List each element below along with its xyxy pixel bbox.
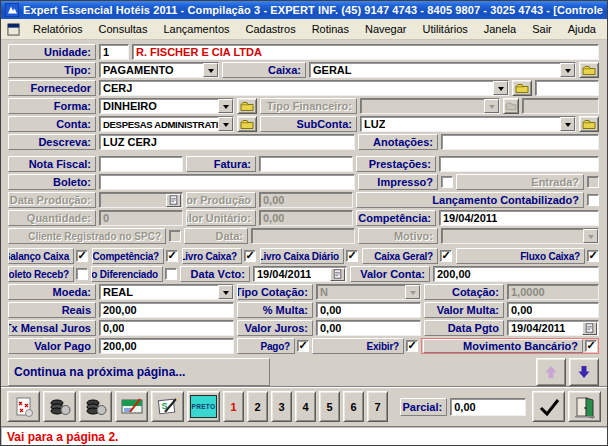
caixa-geral-label: Caixa Geral?	[362, 248, 438, 264]
calendar-button-data-vcto[interactable]	[330, 268, 345, 281]
coins-button-2[interactable]	[79, 391, 112, 422]
unidade-input[interactable]: 1	[99, 44, 129, 60]
data-pgto-input[interactable]: 19/04/2011	[507, 320, 599, 336]
page-down-button[interactable]	[569, 358, 599, 386]
competencia-checkbox[interactable]: ✓	[166, 250, 178, 262]
page-button-7[interactable]: 7	[367, 391, 388, 422]
competencia-label: Competência:	[356, 210, 436, 226]
title-bar: Expert Essencial Hotéis 2011 - Compilaçã…	[1, 1, 607, 19]
fornecedor-select[interactable]: CERJ	[99, 80, 509, 96]
anotacoes-input[interactable]	[441, 134, 599, 150]
competencia-input[interactable]: 19/04/2011	[439, 210, 599, 226]
forma-select[interactable]: DINHEIRO	[99, 98, 234, 114]
reais-input[interactable]: 200,00	[99, 302, 234, 318]
prestacoes-input[interactable]	[439, 156, 599, 172]
confirm-button[interactable]	[532, 391, 565, 422]
subconta-lookup-button[interactable]	[579, 116, 599, 132]
caixa-geral-checkbox[interactable]: ✓	[440, 250, 452, 262]
razao-social-field[interactable]: R. FISCHER E CIA LTDA	[132, 44, 599, 60]
dropdown-arrow-icon[interactable]	[560, 117, 575, 131]
balanco-caixa-checkbox[interactable]: ✓	[76, 250, 88, 262]
movimento-bancario-checkbox[interactable]: ✓	[585, 340, 597, 352]
mdi-child-icon[interactable]	[7, 23, 20, 36]
lancamento-contabilizado-checkbox[interactable]	[587, 194, 599, 206]
menu-janela[interactable]: Janela	[477, 21, 523, 37]
dropdown-arrow-icon[interactable]	[218, 285, 233, 299]
dropdown-arrow-icon[interactable]	[203, 63, 218, 77]
menu-cadastros[interactable]: Cadastros	[239, 21, 303, 37]
valor-pago-label: Valor Pago	[8, 338, 96, 354]
menu-utilitarios[interactable]: Utilitários	[416, 21, 475, 37]
valor-conta-input[interactable]: 200,00	[433, 266, 599, 282]
display-preto-button[interactable]: PRETO	[187, 391, 220, 422]
fornecedor-codigo-field[interactable]	[535, 80, 599, 96]
pago-checkbox[interactable]: ✓	[297, 340, 309, 352]
fluxo-caixa-checkbox[interactable]: ✓	[587, 250, 599, 262]
descreva-input[interactable]: LUZ CERJ	[99, 134, 355, 150]
parcial-input[interactable]: 0,00	[450, 398, 526, 416]
subconta-select[interactable]: LUZ	[360, 116, 576, 132]
page-button-4[interactable]: 4	[295, 391, 316, 422]
nota-fiscal-input[interactable]	[99, 156, 183, 172]
fatura-input[interactable]	[259, 156, 353, 172]
page-button-3[interactable]: 3	[271, 391, 292, 422]
conta-lookup-button[interactable]	[237, 116, 257, 132]
caixa-select[interactable]: GERAL	[309, 62, 576, 78]
entrada-checkbox	[587, 176, 599, 188]
page-button-6[interactable]: 6	[343, 391, 364, 422]
livro-caixa-diario-checkbox[interactable]: ✓	[346, 250, 358, 262]
coins-button-1[interactable]	[43, 391, 76, 422]
dropdown-arrow-icon[interactable]	[560, 63, 575, 77]
menu-lancamentos[interactable]: Lançamentos	[156, 21, 236, 37]
tx-mensal-juros-input[interactable]: 0,00	[99, 320, 234, 336]
multa-pct-input[interactable]: 0,00	[316, 302, 421, 318]
boleto-input[interactable]	[99, 174, 355, 190]
menu-rotinas[interactable]: Rotinas	[305, 21, 356, 37]
bottom-toolbar: S PRETO 1 2 3 4 5 6 7 Parcial: 0,00	[1, 386, 607, 426]
tipo-select[interactable]: PAGAMENTO	[99, 62, 219, 78]
menu-sair[interactable]: Sair	[525, 21, 559, 37]
boleto-receb-checkbox[interactable]	[76, 268, 88, 280]
dropdown-arrow-icon[interactable]	[218, 99, 233, 113]
dropdown-arrow-icon[interactable]	[218, 117, 233, 131]
moeda-select[interactable]: REAL	[99, 284, 234, 300]
valor-multa-input[interactable]: 0,00	[507, 302, 599, 318]
valor-juros-input[interactable]: 0,00	[316, 320, 421, 336]
data-producao-label: Data Produção:	[8, 192, 96, 208]
pgto-diferenciado-label: Pgto Diferenciado	[91, 266, 163, 282]
valor-pago-input[interactable]: 200,00	[99, 338, 234, 354]
page-up-button[interactable]	[536, 358, 566, 386]
menu-ajuda[interactable]: Ajuda	[561, 21, 603, 37]
status-bar: Vai para a página 2.	[1, 426, 607, 446]
dropdown-arrow-icon[interactable]	[493, 81, 508, 95]
estorno-document-button[interactable]	[7, 391, 40, 422]
exibir-checkbox[interactable]: ✓	[406, 340, 418, 352]
fornecedor-lookup-button[interactable]	[512, 80, 532, 96]
cotacao-input: 1,0000	[507, 284, 599, 300]
caixa-lookup-button[interactable]	[579, 62, 599, 78]
conta-select[interactable]: DESPESAS ADMINISTRATIVAS	[99, 116, 234, 132]
exit-door-button[interactable]	[568, 391, 601, 422]
prestacoes-label: Prestações:	[356, 156, 436, 172]
valor-producao-label: Valor Produção	[186, 192, 256, 208]
page-button-2[interactable]: 2	[247, 391, 268, 422]
movimento-bancario-label: Movimento Bancário?	[423, 339, 583, 353]
descreva-label: Descreva:	[8, 134, 96, 150]
menu-consultas[interactable]: Consultas	[92, 21, 155, 37]
tipo-financeiro-lookup-button	[503, 98, 519, 114]
calendar-button-data-producao	[166, 194, 181, 207]
livro-caixa-checkbox[interactable]: ✓	[244, 250, 256, 262]
forma-lookup-button[interactable]	[237, 98, 257, 114]
data-vcto-input[interactable]: 19/04/2011	[253, 266, 347, 282]
menu-relatorios[interactable]: Relatórios	[26, 21, 90, 37]
menu-navegar[interactable]: Navegar	[358, 21, 414, 37]
page-button-1[interactable]: 1	[223, 391, 244, 422]
form-area: Unidade: 1 R. FISCHER E CIA LTDA Tipo: P…	[1, 40, 607, 386]
impresso-checkbox[interactable]	[441, 176, 453, 188]
cheque-button[interactable]	[115, 391, 148, 422]
calendar-button-data-pgto[interactable]	[582, 322, 597, 335]
data-producao-input	[99, 192, 183, 208]
page-button-5[interactable]: 5	[319, 391, 340, 422]
pgto-diferenciado-checkbox[interactable]	[165, 268, 177, 280]
money-note-button[interactable]: S	[151, 391, 184, 422]
